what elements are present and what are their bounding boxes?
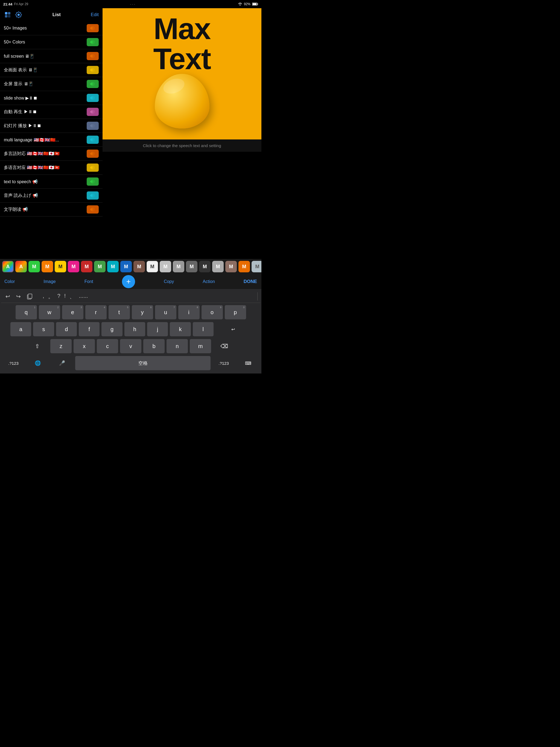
preview-caption[interactable]: Click to change the speech text and sett… <box>103 139 261 152</box>
list-item[interactable]: 多语言对应 🇺🇸🇨🇦🇬🇧🇨🇳🇯🇵🇭🇰 <box>0 161 103 175</box>
swatch-6[interactable]: M <box>81 261 93 272</box>
globe-key[interactable]: 🌐 <box>27 356 49 370</box>
sound-badge[interactable] <box>87 122 99 130</box>
swatch-3[interactable]: M <box>42 261 53 272</box>
numbers-key-right[interactable]: .?123 <box>212 356 235 370</box>
list-item[interactable]: 全屏 显示 🖥📱 <box>0 77 103 91</box>
swatch-13[interactable]: M <box>173 261 184 272</box>
swatch-2[interactable]: M <box>28 261 40 272</box>
key-d[interactable]: d <box>56 322 77 336</box>
swatch-12[interactable]: M <box>160 261 171 272</box>
action-button[interactable]: Action <box>203 279 215 284</box>
undo-button[interactable]: ↩ <box>4 292 12 300</box>
list-item[interactable]: multi language 🇺🇸🇨🇦🇬🇧🇨🇳... <box>0 133 103 147</box>
swatch-17[interactable]: M <box>225 261 237 272</box>
swatch-1[interactable]: A <box>15 261 27 272</box>
swatch-16[interactable]: M <box>212 261 224 272</box>
sound-badge[interactable] <box>87 80 99 88</box>
key-m[interactable]: m <box>190 339 211 353</box>
jp-comma-key[interactable]: 、 <box>70 293 75 300</box>
color-button[interactable]: Color <box>4 279 15 284</box>
list-item[interactable]: 50+ Colors <box>0 35 103 49</box>
key-a[interactable]: a <box>10 322 31 336</box>
key-r[interactable]: 4r <box>85 305 107 319</box>
comma-key[interactable]: , <box>43 293 44 300</box>
font-button[interactable]: Font <box>84 279 93 284</box>
key-i[interactable]: 8i <box>178 305 200 319</box>
swatch-8[interactable]: M <box>107 261 119 272</box>
list-item[interactable]: full screen 🖥📱 <box>0 49 103 63</box>
key-z[interactable]: z <box>50 339 72 353</box>
sound-badge[interactable] <box>87 150 99 158</box>
key-n[interactable]: n <box>167 339 188 353</box>
period-key[interactable]: 。 <box>48 293 54 300</box>
sound-badge[interactable] <box>87 163 99 172</box>
key-w[interactable]: 2w <box>39 305 60 319</box>
key-k[interactable]: k <box>170 322 190 336</box>
list-item[interactable]: slide show ▶⏸⏹ <box>0 91 103 105</box>
key-t[interactable]: 5t <box>108 305 130 319</box>
mic-key[interactable]: 🎤 <box>51 356 73 370</box>
grid-icon[interactable] <box>4 11 11 19</box>
sound-badge[interactable] <box>87 66 99 74</box>
sound-badge[interactable] <box>87 94 99 102</box>
key-s[interactable]: s <box>33 322 54 336</box>
delete-key[interactable]: ⌫ <box>213 339 235 353</box>
sound-badge[interactable] <box>87 38 99 46</box>
swatch-10[interactable]: M <box>133 261 145 272</box>
preview-image[interactable]: Max Text <box>103 8 261 139</box>
swatch-5[interactable]: M <box>68 261 79 272</box>
exclaim-key[interactable]: ! <box>64 293 66 300</box>
key-f[interactable]: f <box>79 322 100 336</box>
list-item[interactable]: 音声 読み上げ 📢 <box>0 189 103 203</box>
ellipsis-key[interactable]: ...... <box>79 293 88 300</box>
swatch-15[interactable]: M <box>199 261 210 272</box>
gear-icon[interactable] <box>15 11 22 19</box>
swatch-7[interactable]: M <box>94 261 105 272</box>
question-key[interactable]: ? <box>57 293 60 300</box>
copy-button[interactable]: Copy <box>164 279 174 284</box>
key-q[interactable]: 1q <box>16 305 37 319</box>
done-button[interactable]: DONE <box>244 279 257 284</box>
sound-badge[interactable] <box>87 136 99 144</box>
sound-badge[interactable] <box>87 108 99 116</box>
swatch-9[interactable]: M <box>120 261 132 272</box>
image-button[interactable]: Image <box>44 279 55 284</box>
space-key[interactable]: 空格 <box>75 356 210 370</box>
list-item[interactable]: 幻灯片 播放 ▶⏸⏹ <box>0 119 103 133</box>
key-o[interactable]: 9o <box>202 305 223 319</box>
key-g[interactable]: g <box>101 322 122 336</box>
list-item[interactable]: text to speech 📢 <box>0 175 103 189</box>
sound-badge[interactable] <box>87 191 99 200</box>
hide-keyboard-key[interactable]: ⌨ <box>237 356 259 370</box>
sound-badge[interactable] <box>87 24 99 32</box>
swatch-14[interactable]: M <box>186 261 198 272</box>
list-area[interactable]: 50+ Images50+ Colorsfull screen 🖥📱全画面 表示… <box>0 21 103 259</box>
key-y[interactable]: 6y <box>132 305 153 319</box>
key-c[interactable]: c <box>97 339 118 353</box>
key-u[interactable]: 7u <box>155 305 176 319</box>
list-item[interactable]: 全画面 表示 🖥📱 <box>0 63 103 77</box>
plus-button[interactable]: + <box>122 275 135 288</box>
key-e[interactable]: 3e <box>62 305 83 319</box>
shift-left-key[interactable]: ⇧ <box>26 339 48 353</box>
swatch-11[interactable]: M <box>147 261 158 272</box>
key-h[interactable]: h <box>124 322 145 336</box>
edit-button[interactable]: Edit <box>91 12 99 18</box>
numbers-key-left[interactable]: .?123 <box>2 356 25 370</box>
key-l[interactable]: l <box>193 322 213 336</box>
sound-badge[interactable] <box>87 205 99 213</box>
sound-badge[interactable] <box>87 177 99 186</box>
list-item[interactable]: 文字朗读 📢 <box>0 203 103 216</box>
swatch-4[interactable]: M <box>55 261 66 272</box>
key-v[interactable]: v <box>120 339 142 353</box>
list-item[interactable]: 自動 再生 ▶⏸⏹ <box>0 105 103 119</box>
swatch-19[interactable]: M <box>252 261 261 272</box>
return-key[interactable]: ↩ <box>215 322 251 336</box>
key-b[interactable]: b <box>143 339 164 353</box>
redo-button[interactable]: ↪ <box>15 292 22 300</box>
key-j[interactable]: j <box>147 322 168 336</box>
copy-format-button[interactable] <box>25 293 34 300</box>
swatch-0[interactable]: A <box>2 261 14 272</box>
key-x[interactable]: x <box>74 339 95 353</box>
